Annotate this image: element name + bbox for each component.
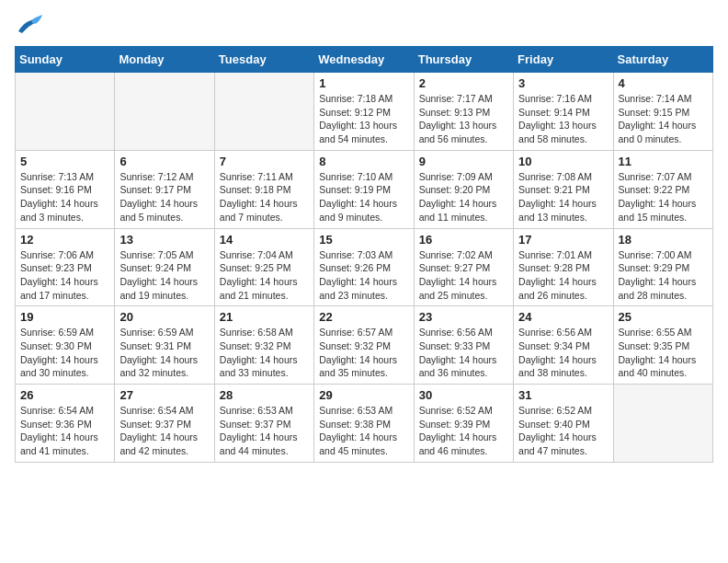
calendar-cell <box>115 73 214 151</box>
calendar-cell: 9Sunrise: 7:09 AM Sunset: 9:20 PM Daylig… <box>414 150 513 228</box>
day-info: Sunrise: 7:06 AM Sunset: 9:23 PM Dayligh… <box>20 248 109 303</box>
calendar-cell: 18Sunrise: 7:00 AM Sunset: 9:29 PM Dayli… <box>613 228 712 306</box>
calendar-cell: 8Sunrise: 7:10 AM Sunset: 9:19 PM Daylig… <box>314 150 414 228</box>
day-number: 16 <box>419 233 508 247</box>
day-number: 22 <box>319 310 408 324</box>
calendar-cell: 12Sunrise: 7:06 AM Sunset: 9:23 PM Dayli… <box>16 228 115 306</box>
calendar-cell <box>214 73 313 151</box>
day-number: 6 <box>119 155 209 168</box>
day-info: Sunrise: 6:56 AM Sunset: 9:33 PM Dayligh… <box>419 326 508 380</box>
calendar-week-row: 5Sunrise: 7:13 AM Sunset: 9:16 PM Daylig… <box>16 150 713 228</box>
day-info: Sunrise: 6:57 AM Sunset: 9:32 PM Dayligh… <box>319 326 408 380</box>
calendar-table: SundayMondayTuesdayWednesdayThursdayFrid… <box>15 46 713 463</box>
calendar-cell: 17Sunrise: 7:01 AM Sunset: 9:28 PM Dayli… <box>514 228 613 306</box>
calendar-cell: 5Sunrise: 7:13 AM Sunset: 9:16 PM Daylig… <box>16 150 115 228</box>
day-info: Sunrise: 7:01 AM Sunset: 9:28 PM Dayligh… <box>518 248 608 303</box>
calendar-cell: 31Sunrise: 6:52 AM Sunset: 9:40 PM Dayli… <box>514 385 613 463</box>
day-info: Sunrise: 7:12 AM Sunset: 9:17 PM Dayligh… <box>119 170 209 224</box>
calendar-week-row: 26Sunrise: 6:54 AM Sunset: 9:36 PM Dayli… <box>16 385 713 463</box>
day-info: Sunrise: 6:58 AM Sunset: 9:32 PM Dayligh… <box>220 326 309 380</box>
calendar-cell <box>16 73 115 151</box>
day-number: 11 <box>619 155 708 168</box>
calendar-cell: 1Sunrise: 7:18 AM Sunset: 9:12 PM Daylig… <box>314 73 414 151</box>
day-header-wednesday: Wednesday <box>314 47 414 73</box>
day-number: 9 <box>419 155 508 168</box>
day-info: Sunrise: 7:05 AM Sunset: 9:24 PM Dayligh… <box>119 248 209 303</box>
calendar-week-row: 1Sunrise: 7:18 AM Sunset: 9:12 PM Daylig… <box>16 73 713 151</box>
calendar-cell: 28Sunrise: 6:53 AM Sunset: 9:37 PM Dayli… <box>214 385 313 463</box>
calendar-week-row: 12Sunrise: 7:06 AM Sunset: 9:23 PM Dayli… <box>16 228 713 306</box>
day-info: Sunrise: 6:53 AM Sunset: 9:37 PM Dayligh… <box>220 404 309 458</box>
calendar-cell: 2Sunrise: 7:17 AM Sunset: 9:13 PM Daylig… <box>414 73 513 151</box>
day-number: 15 <box>319 233 408 247</box>
calendar-cell: 16Sunrise: 7:02 AM Sunset: 9:27 PM Dayli… <box>414 228 513 306</box>
logo <box>15 15 42 35</box>
calendar-cell: 24Sunrise: 6:56 AM Sunset: 9:34 PM Dayli… <box>514 306 613 385</box>
day-info: Sunrise: 7:09 AM Sunset: 9:20 PM Dayligh… <box>419 170 508 224</box>
day-number: 4 <box>619 76 708 90</box>
day-number: 2 <box>419 76 508 90</box>
day-number: 30 <box>419 388 508 402</box>
calendar-cell: 27Sunrise: 6:54 AM Sunset: 9:37 PM Dayli… <box>115 385 214 463</box>
day-info: Sunrise: 7:18 AM Sunset: 9:12 PM Dayligh… <box>319 92 408 146</box>
day-info: Sunrise: 7:10 AM Sunset: 9:19 PM Dayligh… <box>319 170 408 224</box>
day-number: 19 <box>20 310 109 324</box>
day-number: 26 <box>20 388 109 402</box>
day-header-sunday: Sunday <box>16 47 115 73</box>
day-info: Sunrise: 6:59 AM Sunset: 9:30 PM Dayligh… <box>20 326 109 380</box>
calendar-week-row: 19Sunrise: 6:59 AM Sunset: 9:30 PM Dayli… <box>16 306 713 385</box>
day-number: 12 <box>20 233 109 247</box>
day-number: 5 <box>20 155 109 168</box>
day-info: Sunrise: 6:56 AM Sunset: 9:34 PM Dayligh… <box>518 326 608 380</box>
calendar-cell: 6Sunrise: 7:12 AM Sunset: 9:17 PM Daylig… <box>115 150 214 228</box>
calendar-cell: 30Sunrise: 6:52 AM Sunset: 9:39 PM Dayli… <box>414 385 513 463</box>
calendar-cell: 3Sunrise: 7:16 AM Sunset: 9:14 PM Daylig… <box>514 73 613 151</box>
calendar-cell: 22Sunrise: 6:57 AM Sunset: 9:32 PM Dayli… <box>314 306 414 385</box>
day-number: 24 <box>518 310 608 324</box>
calendar-cell: 14Sunrise: 7:04 AM Sunset: 9:25 PM Dayli… <box>214 228 313 306</box>
day-info: Sunrise: 6:55 AM Sunset: 9:35 PM Dayligh… <box>619 326 708 380</box>
calendar-cell <box>613 385 712 463</box>
day-info: Sunrise: 7:16 AM Sunset: 9:14 PM Dayligh… <box>518 92 608 146</box>
day-number: 25 <box>619 310 708 324</box>
day-info: Sunrise: 7:11 AM Sunset: 9:18 PM Dayligh… <box>220 170 309 224</box>
calendar-cell: 15Sunrise: 7:03 AM Sunset: 9:26 PM Dayli… <box>314 228 414 306</box>
logo-bird-icon <box>17 15 42 35</box>
day-info: Sunrise: 7:02 AM Sunset: 9:27 PM Dayligh… <box>419 248 508 303</box>
calendar-cell: 10Sunrise: 7:08 AM Sunset: 9:21 PM Dayli… <box>514 150 613 228</box>
day-number: 3 <box>518 76 608 90</box>
calendar-cell: 23Sunrise: 6:56 AM Sunset: 9:33 PM Dayli… <box>414 306 513 385</box>
day-info: Sunrise: 6:59 AM Sunset: 9:31 PM Dayligh… <box>119 326 209 380</box>
day-info: Sunrise: 6:52 AM Sunset: 9:39 PM Dayligh… <box>419 404 508 458</box>
day-info: Sunrise: 7:04 AM Sunset: 9:25 PM Dayligh… <box>220 248 309 303</box>
day-info: Sunrise: 6:54 AM Sunset: 9:36 PM Dayligh… <box>20 404 109 458</box>
calendar-cell: 20Sunrise: 6:59 AM Sunset: 9:31 PM Dayli… <box>115 306 214 385</box>
calendar-cell: 11Sunrise: 7:07 AM Sunset: 9:22 PM Dayli… <box>613 150 712 228</box>
day-number: 13 <box>119 233 209 247</box>
calendar-cell: 29Sunrise: 6:53 AM Sunset: 9:38 PM Dayli… <box>314 385 414 463</box>
day-number: 1 <box>319 76 408 90</box>
day-info: Sunrise: 7:03 AM Sunset: 9:26 PM Dayligh… <box>319 248 408 303</box>
day-number: 18 <box>619 233 708 247</box>
calendar-header-row: SundayMondayTuesdayWednesdayThursdayFrid… <box>16 47 713 73</box>
day-number: 29 <box>319 388 408 402</box>
day-info: Sunrise: 7:07 AM Sunset: 9:22 PM Dayligh… <box>619 170 708 224</box>
day-info: Sunrise: 7:14 AM Sunset: 9:15 PM Dayligh… <box>619 92 708 146</box>
calendar-cell: 19Sunrise: 6:59 AM Sunset: 9:30 PM Dayli… <box>16 306 115 385</box>
day-number: 7 <box>220 155 309 168</box>
day-header-monday: Monday <box>115 47 214 73</box>
day-info: Sunrise: 6:52 AM Sunset: 9:40 PM Dayligh… <box>518 404 608 458</box>
day-number: 27 <box>119 388 209 402</box>
day-info: Sunrise: 6:53 AM Sunset: 9:38 PM Dayligh… <box>319 404 408 458</box>
day-number: 14 <box>220 233 309 247</box>
day-info: Sunrise: 7:13 AM Sunset: 9:16 PM Dayligh… <box>20 170 109 224</box>
day-number: 17 <box>518 233 608 247</box>
day-info: Sunrise: 7:17 AM Sunset: 9:13 PM Dayligh… <box>419 92 508 146</box>
day-header-saturday: Saturday <box>613 47 712 73</box>
day-number: 21 <box>220 310 309 324</box>
day-number: 31 <box>518 388 608 402</box>
page-header <box>15 15 713 35</box>
day-info: Sunrise: 7:08 AM Sunset: 9:21 PM Dayligh… <box>518 170 608 224</box>
calendar-cell: 7Sunrise: 7:11 AM Sunset: 9:18 PM Daylig… <box>214 150 313 228</box>
day-number: 28 <box>220 388 309 402</box>
